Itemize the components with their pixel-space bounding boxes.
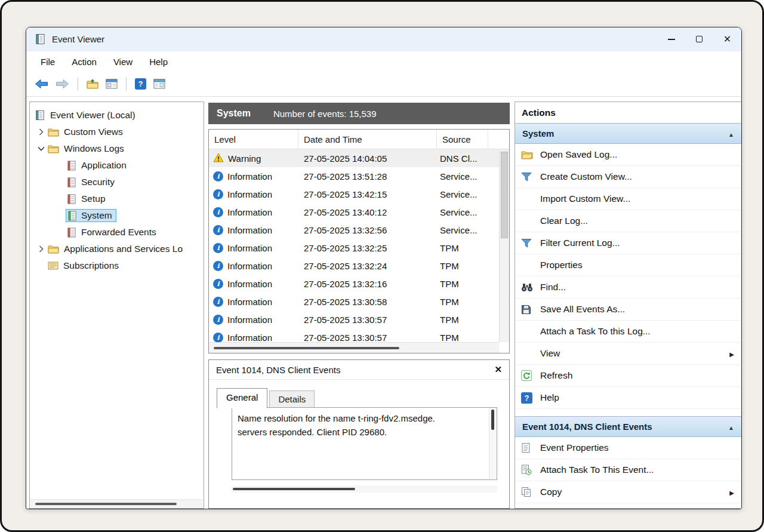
help-toolbar-button[interactable] — [135, 78, 146, 90]
collapse-up-icon[interactable] — [728, 422, 734, 432]
table-row[interactable]: Information 27-05-2025 13:30:57 TPM — [209, 310, 509, 328]
table-row[interactable]: Information 27-05-2025 13:32:56 Service.… — [209, 221, 509, 239]
tree-item-system[interactable]: System — [30, 207, 204, 224]
open-saved-log-button[interactable] — [87, 79, 98, 90]
tree-item-subscriptions[interactable]: Subscriptions — [30, 257, 204, 274]
close-button[interactable] — [713, 27, 741, 51]
tree-item-setup[interactable]: Setup — [30, 190, 204, 207]
description-horizontal-scrollbar[interactable] — [232, 485, 497, 493]
information-icon — [213, 225, 223, 235]
table-row[interactable]: Information 27-05-2025 13:42:15 Service.… — [209, 185, 509, 203]
minimize-button[interactable] — [657, 27, 685, 51]
menu-view[interactable]: View — [105, 54, 141, 69]
scrollbar-thumb[interactable] — [491, 410, 494, 430]
source-cell: TPM — [437, 243, 488, 253]
maximize-button[interactable] — [685, 27, 713, 51]
column-header-date[interactable]: Date and Time — [298, 130, 437, 149]
information-icon — [213, 279, 223, 289]
action-refresh[interactable]: Refresh — [515, 365, 741, 387]
action-event-properties[interactable]: Event Properties — [515, 437, 741, 459]
table-row[interactable]: Information 27-05-2025 13:32:25 TPM — [209, 239, 509, 257]
date-cell: 27-05-2025 13:51:28 — [298, 171, 437, 182]
event-description-line: servers responded. Client PID 29680. — [238, 425, 485, 439]
console-tree-pane: Event Viewer (Local) Custom Views Window… — [29, 102, 204, 509]
collapse-up-icon[interactable] — [728, 128, 734, 139]
column-header-level[interactable]: Level — [209, 130, 298, 149]
tree-horizontal-scrollbar[interactable] — [30, 499, 203, 508]
tree-item-forwarded-events[interactable]: Forwarded Events — [30, 224, 204, 241]
table-header-row: Level Date and Time Source — [209, 130, 509, 149]
tab-general[interactable]: General — [217, 388, 267, 408]
table-row[interactable]: Information 27-05-2025 13:40:12 Service.… — [209, 203, 509, 221]
menu-help[interactable]: Help — [141, 54, 176, 69]
table-row[interactable]: Information 27-05-2025 13:32:24 TPM — [209, 257, 509, 275]
column-header-source[interactable]: Source — [437, 130, 488, 149]
action-attach-task-to-event[interactable]: Attach Task To This Event... — [515, 459, 741, 481]
chevron-right-icon[interactable] — [35, 245, 48, 253]
back-button[interactable] — [35, 79, 48, 89]
tree-item-windows-logs[interactable]: Windows Logs — [30, 140, 204, 157]
console-window-icon — [153, 79, 165, 89]
save-icon — [521, 305, 540, 315]
level-cell: Information — [227, 297, 272, 307]
action-find[interactable]: Find... — [515, 276, 741, 299]
action-view[interactable]: View — [515, 343, 741, 365]
date-cell: 27-05-2025 13:42:15 — [298, 189, 437, 199]
close-icon — [723, 33, 731, 45]
source-cell: Service... — [437, 225, 488, 235]
tree-item-applications-services-logs[interactable]: Applications and Services Lo — [30, 241, 204, 257]
information-icon — [213, 189, 223, 199]
action-properties[interactable]: Properties — [515, 254, 741, 276]
table-row[interactable]: Information 27-05-2025 13:32:16 TPM — [209, 275, 509, 293]
scrollbar-thumb[interactable] — [233, 488, 355, 490]
scrollbar-thumb[interactable] — [35, 503, 177, 505]
tree-item-application[interactable]: Application — [30, 157, 204, 174]
table-vertical-scrollbar[interactable] — [499, 150, 509, 342]
tab-details[interactable]: Details — [269, 390, 315, 408]
action-attach-task-to-log[interactable]: Attach a Task To this Log... — [515, 321, 741, 343]
table-row[interactable]: !Warning 27-05-2025 14:04:05 DNS Cl... — [209, 149, 509, 167]
chevron-right-icon[interactable] — [35, 128, 48, 136]
action-copy[interactable]: Copy — [515, 481, 741, 503]
binoculars-icon — [521, 282, 540, 292]
table-row[interactable]: Information 27-05-2025 13:30:58 TPM — [209, 293, 509, 310]
actions-section-header-event[interactable]: Event 1014, DNS Client Events — [515, 416, 741, 437]
table-horizontal-scrollbar[interactable] — [209, 342, 499, 353]
action-filter-current-log[interactable]: Filter Current Log... — [515, 232, 741, 254]
console-tree-toggle-button[interactable] — [106, 79, 118, 89]
tree-item-label: Custom Views — [64, 127, 123, 137]
action-pane-toggle-button[interactable] — [153, 79, 165, 89]
maximize-icon — [696, 36, 703, 42]
action-label: Filter Current Log... — [540, 238, 620, 248]
description-vertical-scrollbar[interactable] — [489, 408, 496, 479]
menu-file[interactable]: File — [32, 54, 63, 69]
action-label: Clear Log... — [540, 216, 588, 226]
action-clear-log[interactable]: Clear Log... — [515, 210, 741, 232]
forward-button[interactable] — [56, 79, 69, 89]
tree-item-security[interactable]: Security — [30, 174, 204, 190]
tree-selection-highlight: System — [66, 209, 116, 222]
action-open-saved-log[interactable]: Open Saved Log... — [515, 144, 741, 166]
scrollbar-thumb[interactable] — [501, 152, 508, 238]
tree-item-label: Security — [81, 177, 115, 187]
tree-item-root[interactable]: Event Viewer (Local) — [30, 107, 204, 124]
table-row[interactable]: Information 27-05-2025 13:51:28 Service.… — [209, 167, 509, 185]
warning-icon: ! — [213, 153, 224, 164]
preview-close-button[interactable] — [494, 364, 502, 375]
task-icon — [521, 465, 540, 475]
chevron-down-icon[interactable] — [35, 146, 48, 151]
event-description-box[interactable]: Name resolution for the name t-ring-fdv2… — [232, 407, 497, 480]
action-save-all-events-as[interactable]: Save All Events As... — [515, 299, 741, 321]
actions-section-header-system[interactable]: System — [515, 123, 741, 144]
action-import-custom-view[interactable]: Import Custom View... — [515, 188, 741, 210]
action-create-custom-view[interactable]: Create Custom View... — [515, 166, 741, 188]
menu-action[interactable]: Action — [63, 54, 105, 69]
level-cell: Warning — [228, 153, 261, 164]
scrollbar-thumb[interactable] — [214, 347, 399, 349]
information-icon — [213, 315, 223, 325]
source-cell: TPM — [437, 297, 488, 307]
tree-item-custom-views[interactable]: Custom Views — [30, 124, 204, 140]
filter-icon — [521, 238, 540, 248]
screen-background: Event Viewer File Action View Help — [0, 0, 764, 532]
action-help[interactable]: Help — [515, 387, 741, 409]
